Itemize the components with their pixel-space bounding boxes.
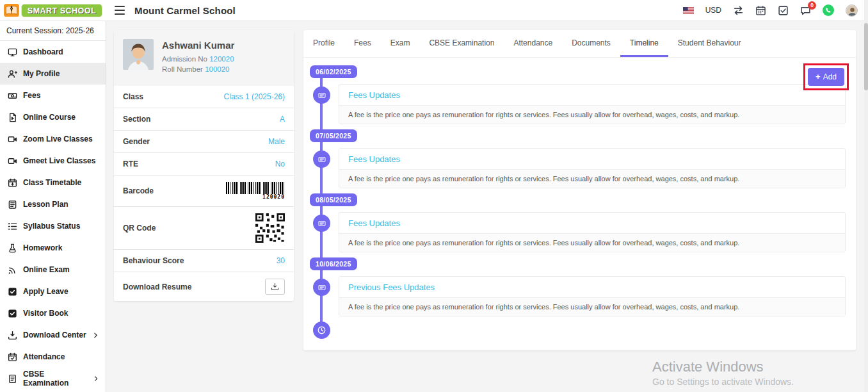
whatsapp-icon[interactable]: [823, 4, 834, 16]
download-icon: [8, 331, 17, 340]
timeline-date-badge: 07/05/2025: [310, 129, 357, 142]
sidebar-item-label: My Profile: [23, 69, 60, 78]
timeline-entry-title[interactable]: Previous Fees Updates: [339, 277, 845, 298]
timeline-date-badge: 06/02/2025: [310, 65, 357, 78]
timeline-node-icon: [313, 86, 330, 104]
row-label: RTE: [123, 159, 138, 168]
sidebar-item-class-timetable[interactable]: Class Timetable: [0, 172, 106, 193]
rss-icon: [8, 265, 17, 275]
sidebar-item-homework[interactable]: Homework: [0, 237, 106, 259]
chevron-right-icon: [93, 375, 99, 382]
sidebar-item-label: Visitor Book: [23, 309, 68, 318]
video-icon: [8, 135, 17, 144]
admission-line: Admission No 120020: [162, 55, 234, 63]
scrollbar-thumb[interactable]: [864, 23, 868, 90]
tab-documents[interactable]: Documents: [562, 30, 620, 57]
sidebar-item-label: Class Timetable: [23, 178, 81, 187]
sidebar-item-zoom-live-classes[interactable]: Zoom Live Classes: [0, 128, 106, 150]
roll-no: 100020: [205, 65, 229, 73]
sidebar-item-visitor-book[interactable]: Visitor Book: [0, 302, 106, 324]
sidebar-item-apply-leave[interactable]: Apply Leave: [0, 281, 106, 302]
timeline-entry-description: A fee is the price one pays as remunerat…: [339, 298, 845, 316]
roll-line: Roll Number 100020: [162, 65, 234, 73]
row-label: Barcode: [123, 186, 154, 195]
sidebar-item-cbse-examination[interactable]: CBSE Examination: [0, 368, 106, 389]
student-info-rows: ClassClass 1 (2025-26)SectionAGenderMale…: [114, 86, 294, 301]
add-button[interactable]: + Add: [808, 68, 844, 86]
currency-selector[interactable]: USD: [705, 6, 721, 15]
timeline-card: Fees UpdatesA fee is the price one pays …: [339, 84, 846, 124]
student-profile-card: Ashwani Kumar Admission No 120020 Roll N…: [114, 30, 294, 301]
barcode: 120020: [226, 182, 285, 200]
language-flag-icon[interactable]: [683, 5, 694, 16]
timeline-end-clock-icon: [313, 322, 330, 339]
timeline-entry-title[interactable]: Fees Updates: [339, 85, 845, 106]
timeline-node-icon: [313, 151, 330, 168]
exchange-icon[interactable]: [733, 5, 744, 16]
sidebar-item-examinations[interactable]: Examinations: [0, 389, 106, 392]
sidebar-item-label: Apply Leave: [23, 287, 68, 296]
tab-student-behaviour[interactable]: Student Behaviour: [668, 30, 751, 57]
sidebar-item-dashboard[interactable]: Dashboard: [0, 41, 106, 63]
sidebar-item-label: Syllabus Status: [23, 222, 80, 231]
tab-exam[interactable]: Exam: [381, 30, 420, 57]
calendar-plus-icon: [8, 178, 17, 188]
student-row-download-resume: Download Resume: [114, 272, 294, 301]
admission-no: 120020: [209, 55, 234, 63]
sidebar-item-download-center[interactable]: Download Center: [0, 324, 106, 346]
sidebar-item-label: Fees: [23, 91, 40, 100]
sidebar-item-label: Download Center: [23, 331, 86, 339]
timeline-node-icon: [313, 279, 330, 296]
student-detail-panel: ProfileFeesExamCBSE ExaminationAttendanc…: [303, 30, 856, 350]
sidebar-item-lesson-plan[interactable]: Lesson Plan: [0, 193, 106, 215]
check-square-icon: [8, 309, 17, 318]
qr-code-icon: [255, 213, 285, 243]
sidebar-item-label: CBSE Examination: [23, 370, 87, 388]
chat-icon[interactable]: 0: [800, 5, 811, 16]
annotation-highlight-box: + Add: [803, 63, 849, 90]
sidebar-item-syllabus-status[interactable]: Syllabus Status: [0, 215, 106, 237]
timeline-date-badge: 08/05/2025: [310, 193, 357, 206]
student-row-qr-code: QR Code: [114, 207, 294, 250]
tab-timeline[interactable]: Timeline: [620, 30, 668, 57]
user-avatar[interactable]: [846, 4, 858, 17]
student-row-rte: RTENo: [114, 153, 294, 176]
sidebar-item-label: Attendance: [23, 352, 65, 361]
tab-fees[interactable]: Fees: [344, 30, 381, 57]
timeline-entry-title[interactable]: Fees Updates: [339, 149, 845, 170]
timeline-entry-description: A fee is the price one pays as remunerat…: [339, 234, 845, 252]
tab-attendance[interactable]: Attendance: [504, 30, 562, 57]
timeline-entry-description: A fee is the price one pays as remunerat…: [339, 106, 845, 124]
sidebar-item-label: Online Course: [23, 113, 76, 122]
timeline-entry-title[interactable]: Fees Updates: [339, 213, 845, 234]
timeline-entry: 10/06/2025Previous Fees UpdatesA fee is …: [310, 257, 846, 316]
tab-bar: ProfileFeesExamCBSE ExaminationAttendanc…: [303, 30, 856, 58]
sidebar-item-attendance[interactable]: Attendance: [0, 346, 106, 368]
row-value: Male: [268, 137, 285, 146]
tab-profile[interactable]: Profile: [303, 30, 344, 57]
tasks-icon[interactable]: [778, 5, 789, 16]
student-photo: [123, 39, 154, 70]
calendar-icon[interactable]: [755, 5, 766, 16]
sidebar-item-label: Dashboard: [23, 47, 63, 56]
file-text-icon: [8, 374, 17, 384]
timeline-entry: 06/02/2025Fees UpdatesA fee is the price…: [310, 65, 846, 124]
sidebar-item-fees[interactable]: Fees: [0, 85, 106, 106]
app-logo[interactable]: SMART SCHOOL: [0, 0, 106, 20]
list-check-icon: [8, 222, 17, 231]
sidebar-item-label: Zoom Live Classes: [23, 135, 93, 143]
row-label: Section: [123, 115, 150, 124]
sidebar-item-online-exam[interactable]: Online Exam: [0, 259, 106, 281]
page-scrollbar[interactable]: [864, 0, 868, 392]
menu-toggle-icon[interactable]: [115, 6, 125, 15]
sidebar-item-my-profile[interactable]: My Profile: [0, 63, 106, 85]
sidebar-item-label: Lesson Plan: [23, 200, 68, 209]
tab-cbse-examination[interactable]: CBSE Examination: [419, 30, 504, 57]
journal-icon: [8, 200, 17, 209]
student-name: Ashwani Kumar: [162, 40, 234, 51]
row-value: No: [275, 159, 285, 168]
download-resume-button[interactable]: [265, 279, 285, 295]
sidebar-item-gmeet-live-classes[interactable]: Gmeet Live Classes: [0, 150, 106, 172]
person-plus-icon: [8, 69, 17, 79]
sidebar-item-online-course[interactable]: Online Course: [0, 106, 106, 128]
